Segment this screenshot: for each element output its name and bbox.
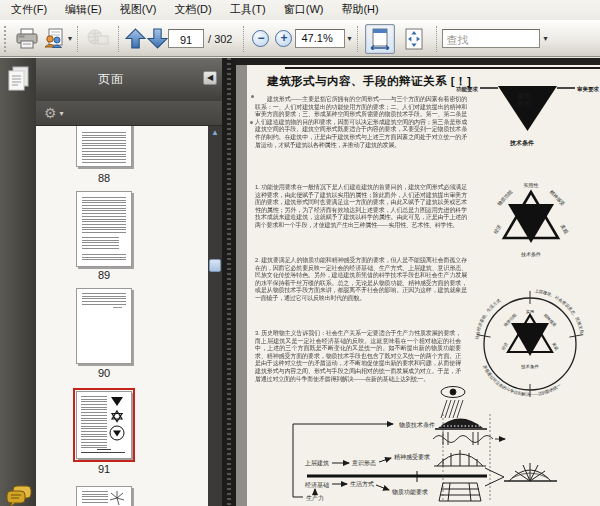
paragraph-intro: 建筑形式——主要是指它所拥有的空间形式——与三个方面的因素有着密切的联系：一、人… (255, 96, 467, 149)
thumbnail-text-lines (82, 197, 126, 233)
find-dropdown-caret-icon[interactable]: ▾ (544, 34, 548, 43)
thumbnail-flow-line (81, 452, 125, 453)
thumbnail-label-88: 88 (36, 172, 172, 184)
thumbnail-text-lines (81, 396, 107, 448)
document-top-shadow (236, 58, 600, 65)
svg-text:精神感受要求: 精神感受要求 (394, 453, 430, 461)
document-area[interactable]: 建筑形式与内容、手段的辩证关系 [！] 建筑形式——主要是指它所拥有的空间形式—… (236, 58, 600, 506)
thumbnail-label-91: 91 (36, 463, 172, 475)
thumbnail-mini-sketch (108, 489, 126, 506)
sketch-hatching (441, 400, 463, 418)
fit-page-icon (404, 28, 424, 50)
arrow-up-icon (125, 28, 146, 49)
fit-width-icon (370, 28, 390, 50)
scan-speck (251, 95, 254, 98)
paragraph-2: 2. 建筑要满足人的物质功能和精神感受方面的要求，但人是不能脱离社会而孤立存在的… (255, 257, 467, 303)
send-review-icon (42, 28, 66, 50)
thumbnail-text-lines (82, 237, 119, 251)
svg-text:美观: 美观 (559, 223, 570, 235)
thumbnail-text-lines (82, 293, 126, 305)
sketch-plan (439, 483, 481, 501)
toolbar-grip[interactable] (4, 26, 9, 52)
menu-file[interactable]: 文件(F) (2, 0, 56, 20)
svg-text:技术条件: 技术条件 (521, 251, 541, 257)
svg-text:功能要求: 功能要求 (455, 86, 479, 93)
sketch-eye (441, 387, 465, 398)
thumbnail-list: 88 89 90 (36, 126, 208, 506)
scan-speck (250, 121, 253, 124)
thumbnail-page-89[interactable] (76, 191, 132, 267)
scan-page-edge (285, 67, 600, 69)
flowchart-diagram: 物质技术条件 生产力 上层建筑 意识形态 精神感受要求 经济基础 (247, 380, 600, 506)
svg-text:意识形态: 意识形态 (351, 459, 376, 466)
thumbnail-page-91-selected[interactable] (76, 391, 132, 459)
fit-width-button[interactable] (365, 24, 395, 54)
thumbnail-scrollbar[interactable]: ▲ (208, 126, 222, 506)
page-number-input[interactable] (168, 29, 204, 48)
collaborate-button-disabled (83, 24, 113, 54)
sidebar-options-bar: ⚙ ▾ (36, 101, 222, 126)
menu-document[interactable]: 文档(D) (165, 0, 220, 20)
menu-view[interactable]: 视图(V) (111, 0, 166, 20)
thumbnail-text-lines (82, 254, 126, 262)
sketch-wave-line (433, 432, 505, 445)
scrollbar-thumb[interactable] (209, 259, 221, 272)
next-page-button[interactable] (146, 24, 168, 54)
svg-text:生产力: 生产力 (306, 494, 324, 501)
scrollbar-up-icon[interactable]: ▲ (208, 126, 222, 140)
paragraph-3: 3. 历史唯物主义告诉我们：社会生产关系一定要适合于生产力性质发展的要求，而上层… (255, 330, 461, 383)
zoom-dropdown-caret-icon[interactable]: ▾ (347, 34, 351, 43)
print-button[interactable] (12, 24, 42, 54)
diagram-hexagram: 实用性 物质功能 精神感受 经济 美观 技术条件 (479, 177, 583, 265)
previous-page-button[interactable] (124, 24, 146, 54)
zoom-in-button[interactable]: + (275, 30, 292, 47)
find-input[interactable] (442, 29, 540, 48)
comments-panel-icon[interactable] (4, 484, 34, 506)
send-for-review-button[interactable]: ▾ (42, 24, 72, 54)
thumbnail-page-92[interactable] (76, 486, 132, 506)
nav-panel-strip (0, 58, 36, 506)
pdf-page: 建筑形式与内容、手段的辩证关系 [！] 建筑形式——主要是指它所拥有的空间形式—… (247, 65, 600, 506)
send-review-caret-icon: ▾ (68, 34, 72, 43)
pages-panel-icon[interactable] (7, 66, 30, 96)
thumbnail-mini-diagrams (107, 395, 127, 445)
collaborate-icon (85, 28, 111, 50)
sketch-stadium-section (434, 450, 486, 466)
menu-help[interactable]: 帮助(H) (332, 0, 387, 20)
sidebar-collapse-button[interactable]: ◀ (203, 71, 217, 85)
thumbnail-text-lines (82, 491, 108, 505)
toolbar: ▾ / 302 − + 47.1% (0, 20, 600, 57)
zoom-level-value[interactable]: 47.1% (295, 29, 345, 48)
svg-text:形式: 形式 (518, 100, 532, 108)
sidebar-header: 页面 ◀ (36, 58, 222, 101)
svg-text:建筑: 建筑 (517, 92, 532, 100)
menu-bar: 文件(F) 编辑(E) 视图(V) 文档(D) 工具(T) 窗口(W) 帮助(H… (0, 0, 600, 20)
svg-text:物质功能要求: 物质功能要求 (392, 488, 428, 496)
svg-text:经济基础: 经济基础 (305, 481, 329, 488)
printer-icon (15, 28, 39, 50)
zoom-out-button[interactable]: − (252, 30, 269, 47)
svg-text:美观: 美观 (551, 342, 559, 351)
thumbnail-page-88[interactable] (76, 126, 132, 167)
menu-tools[interactable]: 工具(T) (221, 0, 275, 20)
fit-page-button[interactable] (399, 24, 429, 54)
svg-text:社会经济基础、生活方式: 社会经济基础、生活方式 (474, 297, 502, 340)
svg-text:审美要求: 审美要求 (577, 86, 600, 93)
paragraph-1: 1. 功能使用要求在一般情况下是人们建造建筑的首要目的，建筑空间形式必须满足这种… (255, 184, 467, 230)
options-gear-icon[interactable]: ⚙ (44, 106, 57, 120)
arrow-down-icon (147, 28, 168, 49)
pages-sidebar: 页面 ◀ ⚙ ▾ 88 89 (36, 58, 222, 506)
toolbar-separator (77, 26, 78, 52)
menu-window[interactable]: 窗口(W) (275, 0, 333, 20)
svg-text:生活方式: 生活方式 (350, 480, 374, 488)
toolbar-separator (243, 26, 244, 52)
svg-text:经济: 经济 (492, 223, 502, 234)
svg-text:技术条件: 技术条件 (509, 139, 534, 147)
thumbnail-page-90[interactable] (76, 288, 132, 364)
options-caret-icon[interactable]: ▾ (60, 109, 64, 118)
menu-edit[interactable]: 编辑(E) (56, 0, 111, 20)
svg-text:上层建筑: 上层建筑 (304, 460, 329, 467)
toolbar-separator (436, 26, 437, 52)
panel-resizer[interactable] (222, 58, 236, 506)
diagram-form-triangle: 功能要求 审美要求 建筑 形式 技术条件 (452, 75, 600, 155)
